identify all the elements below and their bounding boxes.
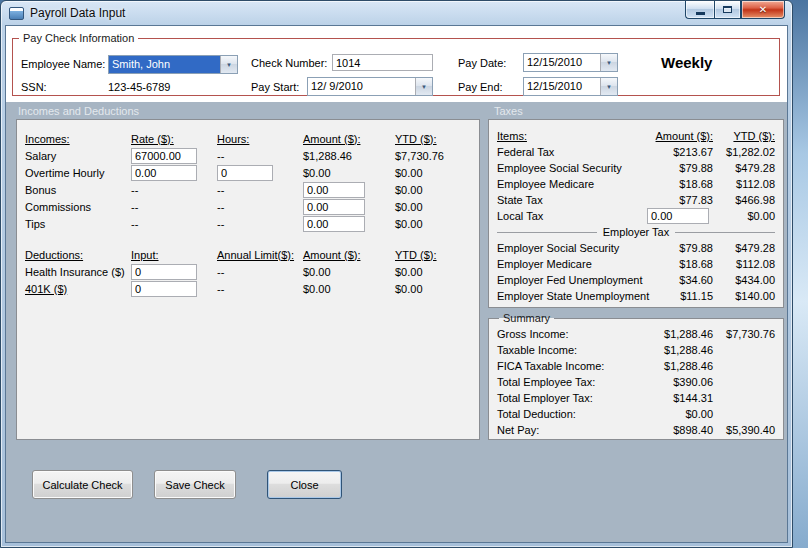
tax-cell: $140.00 — [713, 290, 775, 302]
income-cell: -- — [131, 184, 217, 196]
summary-row-label: Total Deduction: — [497, 408, 647, 420]
paycheck-info-legend: Pay Check Information — [19, 32, 138, 44]
summary-table: Gross Income: $1,288.46 $7,730.76 Taxabl… — [497, 326, 775, 438]
summary-cell: $1,288.46 — [647, 344, 713, 356]
overtime-rate-input[interactable] — [131, 165, 197, 181]
ytd-header: YTD ($): — [395, 249, 471, 261]
summary-row-label: FICA Taxable Income: — [497, 360, 647, 372]
deduction-cell: $0.00 — [395, 283, 471, 295]
datepicker-dropdown-button[interactable]: ▼ — [600, 54, 617, 71]
hours-header: Hours: — [217, 133, 303, 145]
save-check-button[interactable]: Save Check — [154, 470, 236, 499]
separator-line — [675, 232, 775, 233]
minimize-button[interactable] — [685, 1, 714, 19]
title-bar[interactable]: Payroll Data Input — [1, 1, 792, 25]
health-insurance-input[interactable] — [131, 264, 197, 280]
summary-cell: $390.06 — [647, 376, 713, 388]
income-cell: -- — [131, 218, 217, 230]
main-area: Incomes and Deductions Taxes Incomes: Ra… — [6, 102, 787, 542]
employee-name-label: Employee Name: — [21, 58, 105, 70]
income-cell: $0.00 — [303, 167, 395, 179]
tax-row-label: Employer Medicare — [497, 258, 647, 270]
employer-tax-separator: Employer Tax — [497, 223, 775, 241]
check-number-input[interactable] — [332, 54, 433, 71]
pay-start-label: Pay Start: — [251, 81, 299, 93]
income-row-label: Overtime Hourly — [25, 167, 131, 179]
pay-end-label: Pay End: — [458, 81, 503, 93]
tax-row-label: Employer State Unemployment — [497, 290, 647, 302]
incomes-deductions-band-label: Incomes and Deductions — [18, 105, 139, 117]
income-cell: $1,288.46 — [303, 150, 395, 162]
tax-cell: $79.88 — [647, 162, 713, 174]
overtime-hours-input[interactable] — [217, 165, 273, 181]
employee-name-combobox[interactable]: Smith, John ▼ — [108, 55, 238, 74]
summary-row-label: Taxable Income: — [497, 344, 647, 356]
income-cell: $0.00 — [395, 201, 471, 213]
summary-cell: $7,730.76 — [713, 328, 775, 340]
tax-ytd-header: YTD ($): — [713, 130, 775, 142]
calculate-check-button[interactable]: Calculate Check — [32, 470, 133, 499]
close-button[interactable]: Close — [267, 470, 342, 499]
tax-cell: $0.00 — [713, 210, 775, 222]
check-number-label: Check Number: — [251, 57, 327, 69]
combo-dropdown-button[interactable]: ▼ — [220, 56, 237, 73]
ssn-label: SSN: — [21, 81, 47, 93]
client-area: Pay Check Information Employee Name: Smi… — [5, 25, 788, 543]
commissions-amount-input[interactable] — [303, 199, 365, 215]
close-window-button[interactable]: ✕ — [741, 1, 785, 19]
deductions-table: Deductions: Input: Annual Limit($): Amou… — [25, 246, 471, 297]
income-row-label: Bonus — [25, 184, 131, 196]
summary-row-label: Gross Income: — [497, 328, 647, 340]
window-controls: ✕ — [685, 1, 785, 19]
employer-tax-header: Employer Tax — [597, 226, 675, 238]
local-tax-input[interactable] — [647, 208, 709, 224]
pay-date-datepicker[interactable]: 12/15/2010 ▼ — [523, 53, 618, 72]
deduction-cell: -- — [217, 266, 303, 278]
pay-end-value: 12/15/2010 — [524, 78, 600, 95]
401k-input[interactable] — [131, 281, 197, 297]
income-cell: -- — [217, 184, 303, 196]
summary-row-label: Total Employee Tax: — [497, 376, 647, 388]
input-header: Input: — [131, 249, 217, 261]
tax-cell: $11.15 — [647, 290, 713, 302]
pay-frequency-label: Weekly — [661, 54, 712, 71]
income-row-label: Commissions — [25, 201, 131, 213]
pay-start-datepicker[interactable]: 12/ 9/2010 ▼ — [307, 77, 433, 96]
salary-rate-input[interactable] — [131, 148, 197, 164]
tax-row-label: Employee Social Security — [497, 162, 647, 174]
chevron-down-icon: ▼ — [606, 84, 612, 90]
tax-row-label: Employer Fed Unemployment — [497, 274, 647, 286]
deduction-row-label: Health Insurance ($) — [25, 266, 131, 278]
close-icon: ✕ — [759, 5, 767, 15]
employee-name-selected: Smith, John — [109, 56, 220, 73]
deduction-cell: -- — [217, 283, 303, 295]
separator-line — [497, 232, 597, 233]
taxes-band-label: Taxes — [494, 105, 523, 117]
chevron-down-icon: ▼ — [421, 84, 427, 90]
deduction-cell: $0.00 — [395, 266, 471, 278]
summary-legend: Summary — [499, 312, 554, 324]
tax-cell: $112.08 — [713, 178, 775, 190]
maximize-icon — [723, 6, 732, 13]
income-cell: $0.00 — [395, 184, 471, 196]
datepicker-dropdown-button[interactable]: ▼ — [600, 78, 617, 95]
tax-cell: $112.08 — [713, 258, 775, 270]
bonus-amount-input[interactable] — [303, 182, 365, 198]
tax-cell: $213.67 — [647, 146, 713, 158]
app-window: Payroll Data Input ✕ Pay Check Informati… — [0, 0, 793, 548]
paycheck-info-group: Pay Check Information Employee Name: Smi… — [12, 32, 780, 96]
tax-cell: $479.28 — [713, 242, 775, 254]
maximize-button[interactable] — [714, 1, 741, 19]
tax-cell: $466.98 — [713, 194, 775, 206]
tips-amount-input[interactable] — [303, 216, 365, 232]
datepicker-dropdown-button[interactable]: ▼ — [415, 78, 432, 95]
taxes-panel: Items: Amount ($): YTD ($): Federal Tax … — [488, 119, 784, 308]
rate-header: Rate ($): — [131, 133, 217, 145]
pay-end-datepicker[interactable]: 12/15/2010 ▼ — [523, 77, 618, 96]
tax-cell: $18.68 — [647, 178, 713, 190]
401k-link[interactable]: 401K ($) — [25, 283, 131, 295]
income-cell: $0.00 — [395, 167, 471, 179]
summary-cell: $0.00 — [647, 408, 713, 420]
ssn-value: 123-45-6789 — [108, 81, 170, 93]
annual-limit-header: Annual Limit($): — [217, 249, 303, 261]
